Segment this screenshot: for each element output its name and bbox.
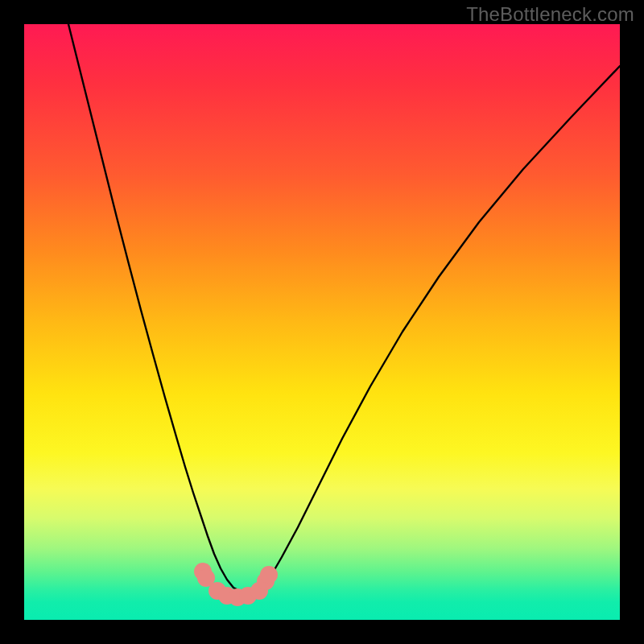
watermark-text: TheBottleneck.com [466,3,634,26]
plot-area [24,24,620,620]
curve-layer [24,24,620,620]
chart-frame: TheBottleneck.com [0,0,644,644]
bottleneck-curve [68,24,620,592]
trough-markers [194,563,278,606]
trough-point [260,566,278,584]
